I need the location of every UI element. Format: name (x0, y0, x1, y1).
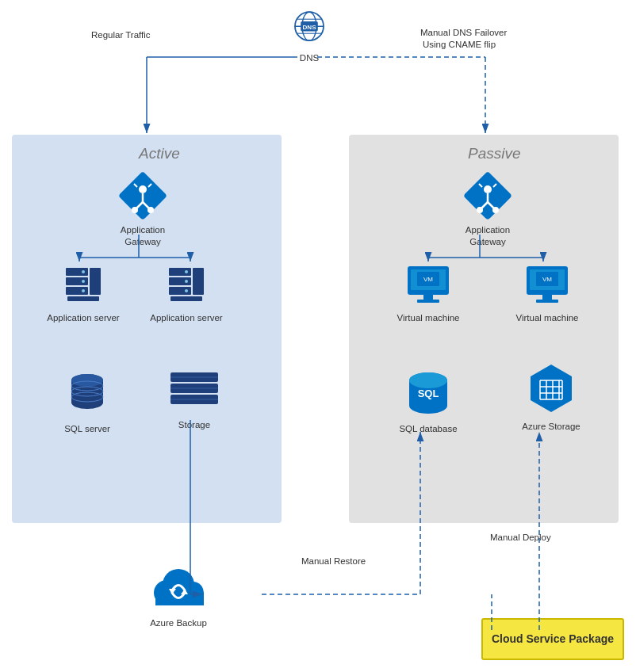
azure-storage-label: Azure Storage (522, 421, 580, 433)
regular-traffic-label: Regular Traffic (91, 30, 151, 40)
app-gateway-active: Application Gateway (103, 170, 182, 248)
svg-text:VM: VM (542, 276, 552, 283)
svg-point-70 (409, 398, 447, 414)
manual-deploy-label: Manual Deploy (490, 533, 551, 542)
svg-point-29 (185, 270, 188, 273)
vm-1: VM VM Virtual machine (389, 262, 468, 324)
app-server-2-label: Application server (150, 312, 222, 324)
svg-rect-58 (423, 295, 433, 300)
sql-server-label: SQL server (64, 423, 110, 435)
app-gateway-passive-label: Application Gateway (448, 224, 527, 248)
storage-label: Storage (178, 419, 210, 431)
svg-point-31 (185, 289, 188, 292)
diagram-container: Active Passive DNS DNS Regular Traffic M… (0, 0, 636, 672)
app-server-1-label: Application server (47, 312, 119, 324)
svg-text:VM: VM (423, 276, 433, 283)
passive-label: Passive (468, 145, 521, 162)
using-cname-flip-label: Using CNAME flip (423, 40, 496, 49)
svg-point-71 (409, 372, 447, 388)
manual-restore-label: Manual Restore (301, 556, 366, 566)
svg-rect-65 (536, 300, 558, 303)
svg-point-21 (82, 270, 85, 273)
azure-storage: Azure Storage (511, 361, 591, 433)
svg-rect-86 (155, 593, 204, 605)
sql-server-active: SQL server (48, 368, 127, 435)
svg-point-23 (82, 289, 85, 292)
dns-node: DNS DNS (270, 6, 349, 64)
svg-rect-24 (67, 296, 99, 301)
svg-point-36 (71, 374, 103, 387)
svg-text:SQL: SQL (418, 388, 439, 399)
cloud-service-package: Cloud Service Package (481, 618, 624, 660)
svg-rect-32 (170, 296, 202, 301)
svg-point-8 (139, 185, 147, 193)
svg-point-35 (71, 396, 103, 409)
globe-icon: DNS (288, 6, 331, 49)
app-server-1: Application server (44, 262, 123, 324)
svg-point-52 (492, 207, 499, 213)
svg-point-47 (484, 185, 492, 193)
svg-point-22 (82, 280, 85, 283)
vm-1-label: Virtual machine (397, 312, 459, 324)
vm-2-label: Virtual machine (515, 312, 578, 324)
svg-point-30 (185, 280, 188, 283)
svg-rect-28 (193, 268, 204, 295)
svg-text:DNS: DNS (302, 24, 316, 31)
svg-rect-20 (90, 268, 101, 295)
svg-point-12 (132, 207, 138, 213)
azure-backup: Azure Backup (139, 563, 218, 629)
app-server-2: Application server (147, 262, 226, 324)
manual-dns-failover-label: Manual DNS Failover (420, 28, 507, 37)
cloud-pkg-label: Cloud Service Package (492, 632, 614, 646)
svg-point-51 (477, 207, 483, 213)
storage-active: Storage (155, 365, 234, 431)
svg-marker-73 (531, 365, 572, 412)
dns-label: DNS (300, 52, 319, 64)
svg-rect-59 (417, 300, 439, 303)
svg-rect-64 (542, 295, 552, 300)
azure-backup-label: Azure Backup (150, 617, 207, 629)
active-label: Active (139, 145, 180, 162)
vm-2: VM Virtual machine (508, 262, 587, 324)
app-gateway-active-label: Application Gateway (103, 224, 182, 248)
app-gateway-passive: Application Gateway (448, 170, 527, 248)
sql-db-label: SQL database (399, 423, 457, 435)
svg-point-13 (148, 207, 154, 213)
sql-db: SQL SQL database (389, 368, 468, 435)
